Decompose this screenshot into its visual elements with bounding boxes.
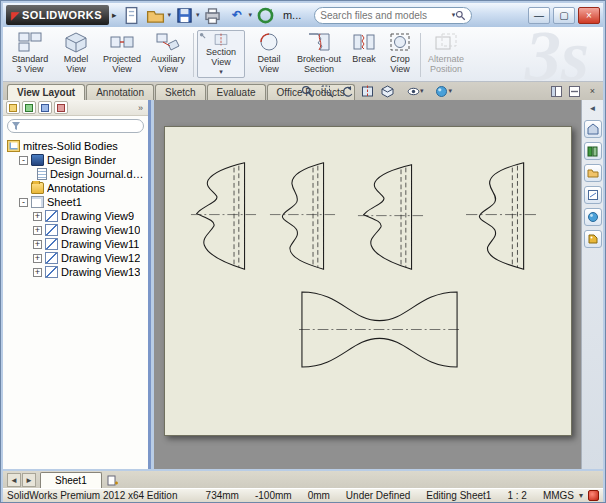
- tab-evaluate[interactable]: Evaluate: [207, 84, 266, 100]
- undo-button[interactable]: ↶: [226, 6, 247, 25]
- drawing-view-icon: [45, 252, 58, 264]
- maximize-button[interactable]: ▢: [553, 7, 575, 24]
- expand-box[interactable]: +: [33, 240, 42, 249]
- hide-show-items-icon[interactable]: [405, 84, 421, 98]
- tree-item-design-binder[interactable]: - Design Binder: [5, 153, 148, 167]
- section-view-caret[interactable]: ▾: [219, 67, 223, 77]
- zoom-fit-icon[interactable]: [299, 84, 315, 98]
- app-brand: SOLIDWORKS: [22, 9, 102, 21]
- task-pane-expand-icon[interactable]: ◄: [589, 104, 597, 116]
- custom-properties-icon[interactable]: [584, 230, 602, 248]
- file-explorer-icon[interactable]: [584, 164, 602, 182]
- section-display-icon[interactable]: [359, 84, 375, 98]
- section-view-button[interactable]: Section View ▾: [198, 31, 244, 77]
- fm-pane-split-icon[interactable]: [549, 84, 564, 98]
- tree-item-annotations[interactable]: Annotations: [5, 181, 148, 195]
- save-button[interactable]: [174, 6, 195, 25]
- coordinate-x: 734mm: [206, 490, 239, 501]
- search-input[interactable]: [320, 10, 453, 21]
- tree-item-design-journal[interactable]: Design Journal.doc <En: [5, 167, 148, 181]
- status-bar: SolidWorks Premium 2012 x64 Edition 734m…: [3, 488, 603, 502]
- property-manager-tab-icon[interactable]: [22, 101, 36, 114]
- feature-tree-tab-icon[interactable]: [6, 101, 20, 114]
- drawing-view13-profile[interactable]: [299, 288, 461, 372]
- edit-appearance-caret[interactable]: ▾: [449, 87, 453, 95]
- expand-box[interactable]: +: [33, 226, 42, 235]
- minimize-button[interactable]: —: [528, 7, 550, 24]
- tab-view-layout[interactable]: View Layout: [7, 84, 85, 100]
- unit-system-caret[interactable]: ▾: [579, 491, 583, 500]
- tree-item-drawing-view12[interactable]: + Drawing View12: [5, 251, 148, 265]
- title-bar: ◤ SOLIDWORKS ▸ ▾ ▾ ↶ ▾ m... ▾ — ▢ ×: [3, 3, 603, 27]
- display-style-icon[interactable]: [379, 84, 395, 98]
- break-button[interactable]: Break: [346, 29, 382, 81]
- quick-tips-icon[interactable]: [588, 490, 599, 501]
- pane-close-icon[interactable]: ×: [585, 84, 600, 98]
- tab-sketch[interactable]: Sketch: [155, 84, 206, 100]
- tree-item-drawing-view13[interactable]: + Drawing View13: [5, 265, 148, 279]
- new-document-button[interactable]: [121, 6, 142, 25]
- expand-box[interactable]: +: [33, 212, 42, 221]
- solidworks-resources-icon[interactable]: [584, 120, 602, 138]
- drawing-sheet[interactable]: [164, 126, 572, 436]
- feature-manager-tabs: »: [3, 100, 148, 116]
- broken-out-section-button[interactable]: Broken-out Section: [292, 29, 346, 81]
- rebuild-button[interactable]: [255, 6, 276, 25]
- previous-view-icon[interactable]: [339, 84, 355, 98]
- open-dropdown-caret[interactable]: ▾: [167, 11, 171, 19]
- drawing-view10-profile[interactable]: [269, 159, 336, 274]
- model-view-button[interactable]: Model View: [53, 29, 99, 81]
- close-button[interactable]: ×: [578, 7, 600, 24]
- search-box[interactable]: ▾: [314, 7, 472, 24]
- save-dropdown-caret[interactable]: ▾: [196, 11, 200, 19]
- auxiliary-view-button[interactable]: Auxiliary View: [145, 29, 191, 81]
- tab-annotation[interactable]: Annotation: [86, 84, 154, 100]
- tree-filter-input[interactable]: [7, 119, 144, 133]
- graphics-area[interactable]: [154, 100, 581, 469]
- print-button[interactable]: [202, 6, 223, 25]
- undo-dropdown-caret[interactable]: ▾: [248, 11, 252, 19]
- alternate-position-button[interactable]: Alternate Position: [423, 29, 469, 81]
- appearances-scenes-icon[interactable]: [584, 208, 602, 226]
- expand-box[interactable]: -: [19, 198, 28, 207]
- open-document-button[interactable]: [145, 6, 166, 25]
- menu-overflow-text[interactable]: m...: [283, 9, 301, 21]
- expand-box[interactable]: +: [33, 268, 42, 277]
- crop-view-button[interactable]: Crop View: [382, 29, 418, 81]
- tree-item-drawing-view11[interactable]: + Drawing View11: [5, 237, 148, 251]
- next-sheet-button[interactable]: ►: [22, 473, 36, 487]
- tree-item-drawing-view9[interactable]: + Drawing View9: [5, 209, 148, 223]
- expand-box[interactable]: +: [33, 254, 42, 263]
- sheet1-tab[interactable]: Sheet1: [40, 472, 102, 488]
- prev-sheet-button[interactable]: ◄: [7, 473, 21, 487]
- unit-system[interactable]: MMGS: [543, 490, 574, 501]
- view-palette-icon[interactable]: [584, 186, 602, 204]
- projected-view-button[interactable]: Projected View: [99, 29, 145, 81]
- tree-item-sheet1[interactable]: - Sheet1: [5, 195, 148, 209]
- menu-expand-arrow[interactable]: ▸: [112, 10, 117, 20]
- configuration-manager-tab-icon[interactable]: [38, 101, 52, 114]
- drawing-view-icon: [45, 266, 58, 278]
- edit-appearance-icon[interactable]: [434, 84, 450, 98]
- dimxpert-tab-icon[interactable]: [54, 101, 68, 114]
- expand-box[interactable]: -: [19, 156, 28, 165]
- hide-show-caret[interactable]: ▾: [420, 87, 424, 95]
- solidworks-swoosh-icon: ◤: [11, 10, 19, 21]
- add-sheet-icon[interactable]: [105, 473, 121, 487]
- search-icon[interactable]: [455, 10, 466, 21]
- drawing-view-icon: [45, 224, 58, 236]
- zoom-area-icon[interactable]: [319, 84, 335, 98]
- solidworks-logo[interactable]: ◤ SOLIDWORKS: [6, 5, 109, 25]
- annotations-folder-icon: [31, 182, 44, 194]
- drawing-view9-profile[interactable]: [190, 159, 257, 274]
- tree-item-drawing-view10[interactable]: + Drawing View10: [5, 223, 148, 237]
- drawing-view12-profile[interactable]: [465, 159, 537, 274]
- panel-chevron-icon[interactable]: »: [136, 103, 145, 113]
- tree-item-root[interactable]: mitres-Solid Bodies: [5, 139, 148, 153]
- standard-3-view-button[interactable]: Standard 3 View: [7, 29, 53, 81]
- command-manager-ribbon: 3s Standard 3 View Model View Projected …: [3, 27, 603, 82]
- drawing-view11-profile[interactable]: [357, 161, 424, 274]
- detail-view-button[interactable]: Detail View: [246, 29, 292, 81]
- fm-pane-collapse-icon[interactable]: [567, 84, 582, 98]
- design-library-icon[interactable]: [584, 142, 602, 160]
